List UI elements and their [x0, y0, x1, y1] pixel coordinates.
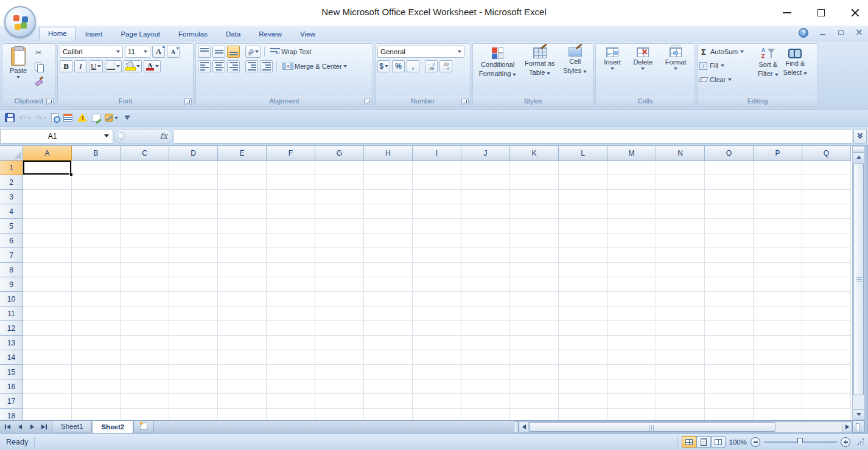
cell-K13[interactable]: [510, 336, 559, 350]
cell-N5[interactable]: [656, 219, 705, 234]
cell-H4[interactable]: [364, 204, 413, 219]
cell-O16[interactable]: [705, 379, 754, 394]
paste-button[interactable]: Paste: [4, 46, 32, 96]
cell-G15[interactable]: [315, 365, 364, 379]
ribbon-tab-insert[interactable]: Insert: [76, 28, 112, 41]
cell-D6[interactable]: [169, 234, 218, 248]
fill-handle[interactable]: [69, 173, 72, 176]
decrease-decimal-button[interactable]: .00→.0: [439, 60, 452, 72]
format-cells-button[interactable]: Format: [663, 46, 689, 96]
zoom-level[interactable]: 100%: [729, 438, 747, 446]
cell-D10[interactable]: [169, 292, 218, 306]
select-all-button[interactable]: [0, 146, 23, 161]
zoom-in-button[interactable]: [841, 437, 850, 447]
cell-P18[interactable]: [754, 409, 802, 420]
name-box-dropdown-icon[interactable]: [104, 134, 109, 137]
cell-I12[interactable]: [413, 321, 461, 336]
cell-O3[interactable]: [705, 190, 754, 204]
cell-J4[interactable]: [461, 204, 510, 219]
cell-Q1[interactable]: [802, 161, 851, 175]
column-header-J[interactable]: J: [461, 146, 510, 161]
cell-A12[interactable]: [23, 321, 72, 336]
cell-H12[interactable]: [364, 321, 413, 336]
cell-C4[interactable]: [121, 204, 169, 219]
cell-M13[interactable]: [607, 336, 656, 350]
cell-K5[interactable]: [510, 219, 559, 234]
decrease-indent-button[interactable]: [245, 60, 258, 72]
cell-P1[interactable]: [754, 161, 802, 175]
cell-J14[interactable]: [461, 350, 510, 365]
cell-J9[interactable]: [461, 277, 510, 292]
cell-N7[interactable]: [656, 248, 705, 263]
cell-L5[interactable]: [559, 219, 607, 234]
font-color-button[interactable]: A: [144, 60, 161, 72]
cell-C18[interactable]: [121, 409, 169, 420]
cell-C11[interactable]: [121, 306, 169, 321]
zoom-out-button[interactable]: [751, 437, 760, 447]
normal-view-button[interactable]: [682, 436, 696, 448]
horizontal-split-handle[interactable]: [852, 420, 865, 433]
cell-B17[interactable]: [72, 394, 121, 409]
cell-I13[interactable]: [413, 336, 461, 350]
cell-O11[interactable]: [705, 306, 754, 321]
error-checking-button[interactable]: !: [77, 113, 88, 122]
cell-L12[interactable]: [559, 321, 607, 336]
cell-O9[interactable]: [705, 277, 754, 292]
vertical-split-handle[interactable]: [853, 147, 864, 153]
percent-style-button[interactable]: %: [392, 60, 405, 72]
cell-G6[interactable]: [315, 234, 364, 248]
cell-Q5[interactable]: [802, 219, 851, 234]
cell-F15[interactable]: [267, 365, 315, 379]
fill-button[interactable]: ↓Fill: [699, 60, 755, 72]
orientation-button[interactable]: ab: [245, 46, 261, 58]
cell-E11[interactable]: [218, 306, 267, 321]
formula-bar-input[interactable]: [174, 129, 852, 144]
cell-M12[interactable]: [607, 321, 656, 336]
cell-E18[interactable]: [218, 409, 267, 420]
number-format-combo[interactable]: General: [377, 46, 464, 58]
row-header-6[interactable]: 6: [0, 234, 23, 248]
cell-Q14[interactable]: [802, 350, 851, 365]
cell-K6[interactable]: [510, 234, 559, 248]
horizontal-scrollbar[interactable]: [519, 421, 852, 432]
fill-color-button[interactable]: [124, 60, 142, 72]
cell-F10[interactable]: [267, 292, 315, 306]
cell-F14[interactable]: [267, 350, 315, 365]
cell-K14[interactable]: [510, 350, 559, 365]
redo-button[interactable]: ↷: [35, 114, 47, 122]
cell-H18[interactable]: [364, 409, 413, 420]
customize-qat-button[interactable]: [125, 116, 130, 120]
cell-L8[interactable]: [559, 263, 607, 277]
italic-button[interactable]: I: [74, 60, 87, 72]
cell-Q8[interactable]: [802, 263, 851, 277]
insert-function-button[interactable]: fx: [160, 131, 167, 140]
row-header-9[interactable]: 9: [0, 277, 23, 292]
cell-J15[interactable]: [461, 365, 510, 379]
vertical-scroll-thumb[interactable]: [853, 163, 864, 395]
cell-L17[interactable]: [559, 394, 607, 409]
cell-A14[interactable]: [23, 350, 72, 365]
cell-J16[interactable]: [461, 379, 510, 394]
ribbon-tab-data[interactable]: Data: [217, 28, 250, 41]
cell-H8[interactable]: [364, 263, 413, 277]
cell-D3[interactable]: [169, 190, 218, 204]
cell-E2[interactable]: [218, 175, 267, 190]
column-header-E[interactable]: E: [218, 146, 267, 161]
cell-H3[interactable]: [364, 190, 413, 204]
cell-C17[interactable]: [121, 394, 169, 409]
row-header-17[interactable]: 17: [0, 394, 23, 409]
cell-G17[interactable]: [315, 394, 364, 409]
cell-E8[interactable]: [218, 263, 267, 277]
print-preview-button[interactable]: [51, 113, 59, 122]
row-header-18[interactable]: 18: [0, 409, 23, 420]
increase-indent-button[interactable]: [260, 60, 273, 72]
cell-K15[interactable]: [510, 365, 559, 379]
cell-C2[interactable]: [121, 175, 169, 190]
cell-G1[interactable]: [315, 161, 364, 175]
cell-I14[interactable]: [413, 350, 461, 365]
copy-button[interactable]: [32, 61, 45, 73]
cell-E9[interactable]: [218, 277, 267, 292]
cell-G16[interactable]: [315, 379, 364, 394]
cell-E5[interactable]: [218, 219, 267, 234]
column-header-A[interactable]: A: [23, 146, 72, 161]
